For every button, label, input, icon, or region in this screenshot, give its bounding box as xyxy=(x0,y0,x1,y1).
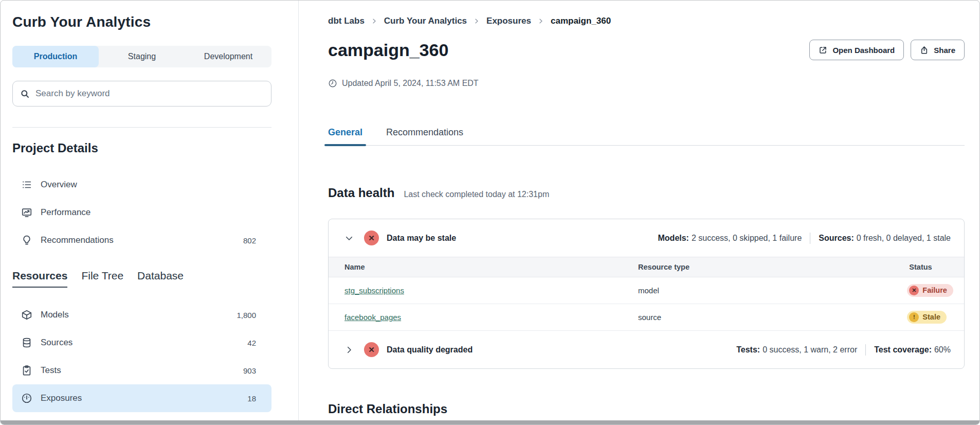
chevron-right-icon xyxy=(538,18,544,24)
sidebar-item-overview[interactable]: Overview xyxy=(12,171,271,199)
breadcrumb-exposures[interactable]: Exposures xyxy=(486,16,531,26)
env-tab-staging[interactable]: Staging xyxy=(99,46,185,67)
status-badge-label: Stale xyxy=(922,313,940,322)
summary-divider xyxy=(865,344,866,356)
tab-database[interactable]: Database xyxy=(137,270,184,288)
sidebar-item-label: Overview xyxy=(41,180,77,190)
search-input[interactable] xyxy=(35,88,264,99)
item-count: 1,800 xyxy=(237,311,256,320)
resource-type-cell: source xyxy=(622,304,903,331)
share-icon xyxy=(920,46,929,55)
sidebar-item-label: Recommendations xyxy=(41,235,114,245)
health-group-title: Data quality degraded xyxy=(387,345,473,355)
tab-resources[interactable]: Resources xyxy=(12,270,67,288)
share-label: Share xyxy=(934,46,955,55)
tab-recommendations[interactable]: Recommendations xyxy=(386,127,463,145)
summary-value: 60% xyxy=(934,345,951,355)
sidebar-item-models[interactable]: Models 1,800 xyxy=(12,301,271,329)
breadcrumb-dbt-labs[interactable]: dbt Labs xyxy=(328,16,365,26)
tab-file-tree[interactable]: File Tree xyxy=(81,270,123,288)
status-badge-label: Failure xyxy=(922,286,947,295)
cube-icon xyxy=(21,309,32,321)
resource-link-facebook-pages[interactable]: facebook_pages xyxy=(344,313,401,322)
project-details-heading: Project Details xyxy=(12,141,271,155)
gauge-icon xyxy=(21,393,32,404)
summary-label: Test coverage: xyxy=(874,345,932,355)
summary-value: 0 fresh, 0 delayed, 1 stale xyxy=(857,234,951,243)
page-title: campaign_360 xyxy=(328,40,448,60)
external-link-icon xyxy=(819,46,827,55)
project-details-nav: Overview Performance Recommendations 8 xyxy=(12,171,271,254)
column-header-status: Status xyxy=(903,257,964,277)
sidebar-divider xyxy=(12,127,271,128)
env-tab-development[interactable]: Development xyxy=(185,46,271,67)
chevron-right-icon[interactable] xyxy=(344,345,354,355)
sidebar-item-label: Performance xyxy=(41,207,90,218)
open-dashboard-button[interactable]: Open Dashboard xyxy=(809,40,904,60)
summary-divider xyxy=(810,233,810,244)
data-health-card: ✕ Data may be stale Models: 2 success, 0… xyxy=(328,219,965,369)
health-group-summary: Tests: 0 success, 1 warn, 2 error Test c… xyxy=(736,344,951,356)
sidebar-item-label: Models xyxy=(41,310,69,320)
search-icon xyxy=(20,89,30,99)
health-group-summary: Models: 2 success, 0 skipped, 1 failure … xyxy=(658,233,951,244)
health-group-title: Data may be stale xyxy=(387,234,456,243)
monitor-chart-icon xyxy=(21,207,32,218)
project-title: Curb Your Analytics xyxy=(12,14,271,30)
updated-row: Updated April 5, 2024, 11:53 AM EDT xyxy=(328,79,965,88)
item-count: 903 xyxy=(243,366,256,375)
item-count: 802 xyxy=(243,236,256,245)
chevron-right-icon xyxy=(474,18,480,24)
breadcrumb: dbt Labs Curb Your Analytics Exposures c… xyxy=(328,16,965,26)
resource-type-cell: model xyxy=(622,277,903,304)
search-box[interactable] xyxy=(12,81,271,107)
x-circle-icon: ✕ xyxy=(364,231,379,245)
open-dashboard-label: Open Dashboard xyxy=(832,46,895,55)
item-count: 42 xyxy=(247,339,256,347)
sidebar-item-tests[interactable]: Tests 903 xyxy=(12,357,271,384)
exclamation-circle-icon: ! xyxy=(909,312,919,322)
resources-nav: Models 1,800 Sources 42 Te xyxy=(12,301,271,412)
sidebar-item-label: Tests xyxy=(41,365,61,376)
sidebar-item-label: Sources xyxy=(41,338,72,348)
health-resources-table: Name Resource type Status stg_subscripti… xyxy=(329,257,964,331)
health-group-data-quality-degraded[interactable]: ✕ Data quality degraded Tests: 0 success… xyxy=(329,331,964,368)
lightbulb-icon xyxy=(21,235,32,246)
summary-label: Models: xyxy=(658,234,689,243)
item-count: 18 xyxy=(247,394,256,403)
summary-value: 2 success, 0 skipped, 1 failure xyxy=(692,234,802,243)
window-bottom-edge xyxy=(1,420,979,424)
sidebar-item-exposures[interactable]: Exposures 18 xyxy=(12,384,271,412)
table-row: stg_subscriptions model ✕ Failure xyxy=(329,277,964,304)
environment-tabs: Production Staging Development xyxy=(12,46,271,67)
x-circle-icon: ✕ xyxy=(364,342,379,357)
resource-link-stg-subscriptions[interactable]: stg_subscriptions xyxy=(344,286,404,295)
chevron-down-icon[interactable] xyxy=(344,234,354,243)
chevron-right-icon xyxy=(371,18,377,24)
database-icon xyxy=(21,337,32,348)
sidebar-item-sources[interactable]: Sources 42 xyxy=(12,329,271,357)
breadcrumb-project[interactable]: Curb Your Analytics xyxy=(384,16,467,26)
direct-relationships-heading: Direct Relationships xyxy=(328,402,965,416)
app-window: Curb Your Analytics Production Staging D… xyxy=(0,0,980,425)
status-badge-stale: ! Stale xyxy=(907,311,947,324)
data-health-title: Data health xyxy=(328,186,394,200)
summary-value: 0 success, 1 warn, 2 error xyxy=(763,345,857,355)
sidebar-item-performance[interactable]: Performance xyxy=(12,199,271,226)
summary-label: Sources: xyxy=(819,234,854,243)
main-content: dbt Labs Curb Your Analytics Exposures c… xyxy=(299,1,979,424)
column-header-name: Name xyxy=(329,257,622,277)
health-group-data-may-be-stale[interactable]: ✕ Data may be stale Models: 2 success, 0… xyxy=(329,219,964,257)
data-health-section-head: Data health Last check completed today a… xyxy=(328,186,965,200)
title-row: campaign_360 Open Dashboard Share xyxy=(328,40,965,60)
table-row: facebook_pages source ! Stale xyxy=(329,304,964,331)
sidebar-item-recommendations[interactable]: Recommendations 802 xyxy=(12,226,271,254)
sidebar-item-label: Exposures xyxy=(41,393,82,403)
resource-view-tabs: Resources File Tree Database xyxy=(12,270,271,288)
status-badge-failure: ✕ Failure xyxy=(907,284,953,297)
env-tab-production[interactable]: Production xyxy=(12,46,99,67)
share-button[interactable]: Share xyxy=(911,40,965,60)
summary-label: Tests: xyxy=(736,345,760,355)
clock-icon xyxy=(328,79,337,88)
tab-general[interactable]: General xyxy=(328,127,362,145)
